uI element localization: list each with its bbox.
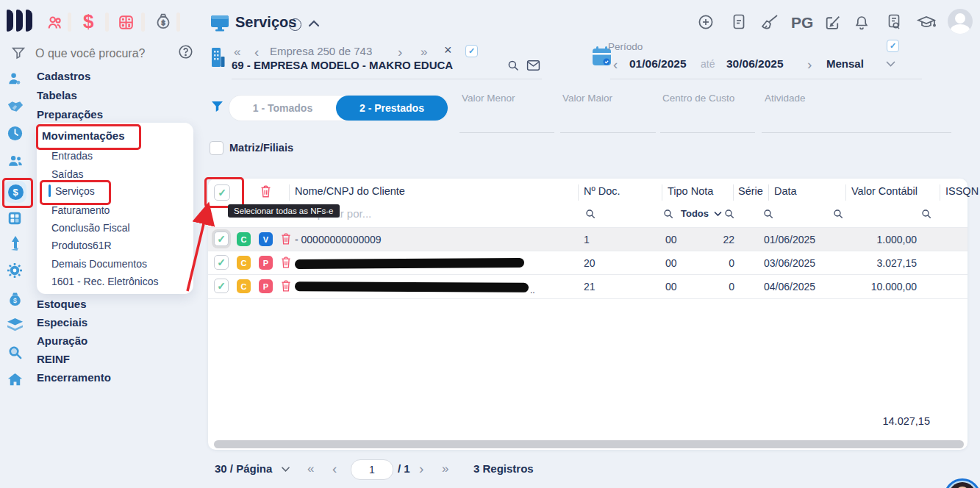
row-trash-icon[interactable] (280, 279, 292, 293)
period-prev-button[interactable]: ‹ (613, 57, 618, 71)
people-icon[interactable] (7, 152, 24, 169)
sidebar-item-cadastros[interactable]: Cadastros (37, 70, 90, 82)
tipo-filter-chevron-down-icon[interactable] (714, 211, 722, 217)
valor-maior-field[interactable] (560, 115, 653, 133)
next-page-button[interactable]: › (419, 462, 423, 476)
pg-button[interactable]: PG (791, 14, 813, 32)
sidebar-item-reinf[interactable]: REINF (37, 353, 70, 365)
period-checkbox[interactable]: ✓ (887, 40, 899, 52)
atividade-field[interactable] (762, 115, 948, 133)
doc-search-icon[interactable] (584, 208, 596, 220)
tab-tomados[interactable]: 1 - Tomados (229, 96, 336, 121)
company-search-icon[interactable] (507, 59, 520, 72)
submenu-item-faturamento[interactable]: Faturamento (51, 204, 110, 216)
clients-icon[interactable] (46, 13, 65, 32)
table-row[interactable]: ✓ C V - 00000000000009 1 00 22 01/06/202… (208, 227, 968, 251)
valor-menor-field[interactable] (459, 115, 551, 133)
per-page-chevron-down-icon[interactable] (281, 466, 290, 473)
centro-custo-field[interactable] (660, 115, 752, 133)
status-badge-v[interactable]: V (259, 232, 273, 246)
sidebar-item-estoques[interactable]: Estoques (37, 298, 87, 310)
calc-rail-icon[interactable] (7, 210, 23, 226)
col-header-doc[interactable]: Nº Doc. (584, 185, 620, 197)
audit-search-button[interactable] (885, 12, 903, 32)
horizontal-scrollbar[interactable] (214, 440, 964, 448)
valor-search-icon[interactable] (832, 208, 844, 220)
row-checkbox[interactable]: ✓ (214, 232, 229, 246)
company-prev-button[interactable]: ‹ (254, 45, 259, 59)
period-next-button[interactable]: › (807, 57, 812, 71)
company-clear-button[interactable]: × (444, 43, 452, 58)
matriz-filiais-checkbox[interactable] (210, 141, 223, 155)
page-number-input[interactable]: 1 (351, 459, 393, 480)
submenu-item-demais-documentos[interactable]: Demais Documentos (51, 258, 147, 270)
prev-page-button[interactable]: ‹ (332, 462, 337, 476)
per-page-select[interactable]: 30 / Página (215, 462, 272, 475)
tipo-nota-filter-select[interactable]: Todos (681, 208, 709, 219)
last-page-button[interactable]: » (442, 462, 447, 475)
submenu-item-saidas[interactable]: Saídas (51, 168, 84, 180)
sidebar-item-encerramento[interactable]: Encerramento (37, 371, 111, 384)
row-trash-icon[interactable] (280, 256, 292, 269)
submenu-item-produtos61r[interactable]: Produtos61R (51, 240, 112, 251)
status-badge-p[interactable]: P (259, 279, 273, 293)
clock-icon[interactable] (7, 125, 24, 142)
gear-globe-icon[interactable] (6, 262, 24, 279)
col-header-serie[interactable]: Série (738, 185, 763, 197)
user-avatar[interactable] (948, 9, 973, 34)
row-checkbox[interactable]: ✓ (214, 255, 229, 270)
valor-menor-input[interactable] (459, 115, 554, 133)
info-icon[interactable]: i (289, 18, 301, 31)
company-last-button[interactable]: » (421, 46, 426, 58)
tipo-search-icon[interactable] (662, 208, 674, 220)
period-mode-chevron-down-icon[interactable] (885, 60, 896, 68)
training-cap-button[interactable] (916, 14, 937, 32)
col-header-valor[interactable]: Valor Contábil (851, 185, 918, 197)
help-icon[interactable] (177, 43, 194, 60)
sidebar-item-tabelas[interactable]: Tabelas (37, 89, 77, 101)
add-button[interactable] (697, 13, 715, 31)
sidebar-item-especiais[interactable]: Especiais (37, 316, 87, 329)
table-row[interactable]: ✓ C P 20 00 0 03/06/2025 3.027,15 (208, 251, 968, 275)
rocket-up-icon[interactable] (8, 235, 23, 253)
dollar-icon[interactable]: $ (83, 10, 93, 33)
makro-logo[interactable] (7, 10, 32, 32)
cadastros-person-gear-icon[interactable] (7, 71, 24, 87)
valor-maior-input[interactable] (560, 115, 656, 133)
centro-custo-input[interactable] (660, 115, 755, 133)
envelope-icon[interactable] (526, 60, 540, 71)
atividade-input[interactable] (762, 115, 951, 133)
company-next-button[interactable]: › (398, 45, 402, 59)
sidebar-item-apuracao[interactable]: Apuração (37, 334, 87, 347)
col-header-tipo[interactable]: Tipo Nota (668, 185, 713, 197)
money-bag-icon[interactable]: $ (154, 12, 173, 32)
submenu-item-conclusao-fiscal[interactable]: Conclusão Fiscal (51, 222, 130, 234)
clean-broom-button[interactable] (759, 13, 780, 32)
edit-button[interactable] (823, 13, 843, 32)
first-page-button[interactable]: « (307, 462, 312, 475)
sidebar-item-preparacoes[interactable]: Preparações (37, 108, 103, 121)
issqn-search-icon[interactable] (920, 208, 932, 220)
table-row[interactable]: ✓ C P .. 21 00 0 04/06/2025 10.000,00 (208, 274, 968, 299)
period-start-date[interactable]: 01/06/2025 (629, 57, 687, 71)
status-badge-c[interactable]: C (237, 279, 251, 293)
assistant-avatar[interactable] (944, 478, 980, 488)
period-mode-select[interactable]: Mensal (826, 57, 864, 70)
sidebar-search-input[interactable] (34, 44, 169, 63)
company-first-button[interactable]: « (234, 46, 239, 58)
col-header-data[interactable]: Data (774, 185, 797, 197)
company-checkbox[interactable]: ✓ (465, 45, 478, 57)
notifications-bell-icon[interactable] (853, 13, 870, 32)
col-header-nome[interactable]: Nome/CNPJ do Cliente (295, 185, 405, 197)
status-badge-c[interactable]: C (237, 232, 251, 246)
row-trash-icon[interactable] (280, 232, 292, 245)
collapse-chevron-up-icon[interactable] (308, 19, 320, 28)
row-checkbox[interactable]: ✓ (214, 279, 229, 293)
search-rail-icon[interactable] (7, 344, 24, 361)
home-icon[interactable] (7, 371, 24, 388)
layers-icon[interactable] (6, 317, 24, 333)
document-button[interactable] (730, 12, 748, 32)
submenu-item-entradas[interactable]: Entradas (51, 150, 93, 162)
filter-funnel-icon[interactable] (10, 45, 26, 61)
handshake-icon[interactable] (6, 98, 24, 115)
